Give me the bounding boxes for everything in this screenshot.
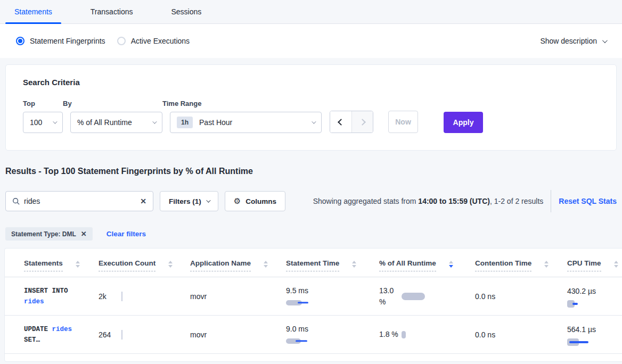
- time-range-field: Time Range 1h Past Hour: [162, 100, 322, 133]
- top-label: Top: [23, 100, 63, 107]
- execution-count-cell: 2k: [99, 292, 190, 301]
- statement-cell: INSERT INTO rides: [24, 286, 84, 307]
- contention-time-cell: 0.0 ns: [475, 330, 567, 339]
- columns-button[interactable]: ⚙ Columns: [225, 191, 285, 211]
- time-range-select[interactable]: 1h Past Hour: [170, 112, 322, 133]
- filter-chip-row: Statement Type: DML ✕ Clear filters: [5, 227, 617, 241]
- search-icon: [12, 197, 20, 205]
- by-select[interactable]: % of All Runtime: [70, 112, 162, 133]
- search-criteria-title: Search Criteria: [23, 78, 599, 87]
- column-header-application-name[interactable]: Application Name: [190, 259, 286, 271]
- contention-time-cell: 0.0 ns: [475, 292, 567, 301]
- execution-count-bar: [121, 330, 122, 340]
- statement-time-cell: 9.5 ms: [286, 286, 379, 307]
- gear-icon: ⚙: [234, 196, 241, 206]
- search-input[interactable]: [24, 197, 136, 205]
- runtime-pct-cell: 13.0 %: [379, 285, 475, 308]
- column-header-statements[interactable]: Statements: [24, 259, 99, 271]
- statement-cell: UPDATE rides SET…: [24, 324, 84, 345]
- search-box: ✕: [5, 191, 153, 211]
- chevron-right-icon: [359, 119, 366, 126]
- tab-transactions[interactable]: Transactions: [81, 0, 142, 23]
- statement-link[interactable]: rides: [24, 298, 44, 305]
- radio-label: Statement Fingerprints: [30, 37, 105, 45]
- column-header-contention-time[interactable]: Contention Time: [475, 259, 567, 271]
- results-controls: ✕ Filters (1) ⚙ Columns Showing aggregat…: [5, 190, 617, 212]
- chevron-down-icon: [312, 119, 316, 123]
- now-button[interactable]: Now: [388, 111, 418, 133]
- stats-time-range: 14:00 to 15:59 (UTC): [418, 197, 490, 205]
- show-description-label: Show description: [540, 37, 597, 45]
- statements-table: Statements Execution Count Application N…: [4, 248, 622, 362]
- sort-icons: [264, 261, 268, 268]
- clear-search-icon[interactable]: ✕: [140, 197, 146, 205]
- time-next-button[interactable]: [351, 111, 373, 133]
- stats-summary: Showing aggregated stats from 14:00 to 1…: [313, 197, 544, 205]
- time-prev-button[interactable]: [330, 111, 351, 133]
- chevron-down-icon: [206, 198, 210, 202]
- apply-button[interactable]: Apply: [444, 112, 483, 133]
- radio-active-executions[interactable]: Active Executions: [117, 37, 190, 45]
- reset-sql-stats-link[interactable]: Reset SQL Stats: [559, 197, 617, 205]
- by-label: By: [63, 100, 162, 107]
- sort-icons: [544, 261, 549, 268]
- statement-link[interactable]: rides: [52, 326, 72, 333]
- cpu-time-bar: [567, 300, 598, 308]
- table-row: INSERT INTO rides 2k movr 9.5 ms 13.0 % …: [5, 277, 622, 316]
- runtime-pct-cell: 1.8 %: [379, 329, 475, 340]
- table-row: UPDATE rides SET… 264 movr 9.0 ms 1.8 % …: [5, 316, 622, 354]
- filters-label: Filters (1): [169, 197, 201, 205]
- chevron-down-icon: [152, 119, 157, 123]
- time-nav-group: [330, 111, 373, 133]
- search-criteria-card: Search Criteria Top 100 By % of All Runt…: [5, 64, 617, 151]
- execution-count-cell: 264: [99, 330, 190, 340]
- by-select-value: % of All Runtime: [77, 118, 152, 127]
- chevron-down-icon: [602, 38, 608, 43]
- top-select[interactable]: 100: [23, 112, 63, 133]
- statement-time-bar: [286, 337, 379, 345]
- filter-chip-statement-type[interactable]: Statement Type: DML ✕: [5, 227, 93, 241]
- table-header-row: Statements Execution Count Application N…: [5, 249, 622, 277]
- column-header-runtime-pct[interactable]: % of All Runtime: [379, 259, 475, 271]
- top-field: Top 100: [23, 100, 63, 133]
- cpu-time-cell: 430.2 µs: [567, 285, 598, 308]
- filters-button[interactable]: Filters (1): [160, 191, 218, 211]
- application-name-cell: movr: [190, 292, 286, 301]
- close-icon[interactable]: ✕: [81, 230, 87, 238]
- tab-sessions[interactable]: Sessions: [162, 0, 210, 23]
- sort-icons: [168, 261, 173, 268]
- tab-statements[interactable]: Statements: [5, 0, 61, 23]
- runtime-pct-bar: [402, 331, 406, 338]
- time-range-label: Time Range: [162, 100, 322, 107]
- statement-time-cell: 9.0 ms: [286, 325, 379, 345]
- column-header-execution-count[interactable]: Execution Count: [99, 259, 190, 271]
- tab-bar: Statements Transactions Sessions: [0, 0, 622, 24]
- time-range-badge: 1h: [177, 117, 193, 128]
- sort-icons: [352, 261, 356, 268]
- radio-label: Active Executions: [131, 37, 190, 45]
- clear-filters-link[interactable]: Clear filters: [107, 230, 146, 238]
- sort-desc-icon: [449, 261, 453, 268]
- by-field: By % of All Runtime: [63, 100, 162, 133]
- chevron-down-icon: [53, 119, 57, 123]
- radio-statement-fingerprints[interactable]: Statement Fingerprints: [16, 37, 105, 45]
- time-range-value: Past Hour: [199, 118, 312, 127]
- chevron-left-icon: [338, 119, 345, 126]
- execution-count-bar: [121, 292, 122, 301]
- columns-label: Columns: [245, 197, 276, 205]
- show-description-toggle[interactable]: Show description: [540, 37, 606, 45]
- divider: [551, 190, 551, 212]
- application-name-cell: movr: [190, 330, 286, 339]
- radio-unselected-icon: [117, 37, 126, 45]
- radio-selected-icon: [16, 37, 24, 45]
- results-heading: Results - Top 100 Statement Fingerprints…: [5, 167, 617, 176]
- cpu-time-cell: 564.1 µs: [567, 324, 598, 346]
- column-header-cpu-time[interactable]: CPU Time: [567, 259, 622, 271]
- sort-icons: [76, 261, 80, 268]
- top-select-value: 100: [30, 118, 53, 127]
- sort-icons: [614, 261, 618, 268]
- cpu-time-bar: [567, 338, 598, 346]
- column-header-statement-time[interactable]: Statement Time: [286, 259, 379, 271]
- statement-time-bar: [286, 299, 379, 307]
- filter-chip-label: Statement Type: DML: [11, 230, 76, 238]
